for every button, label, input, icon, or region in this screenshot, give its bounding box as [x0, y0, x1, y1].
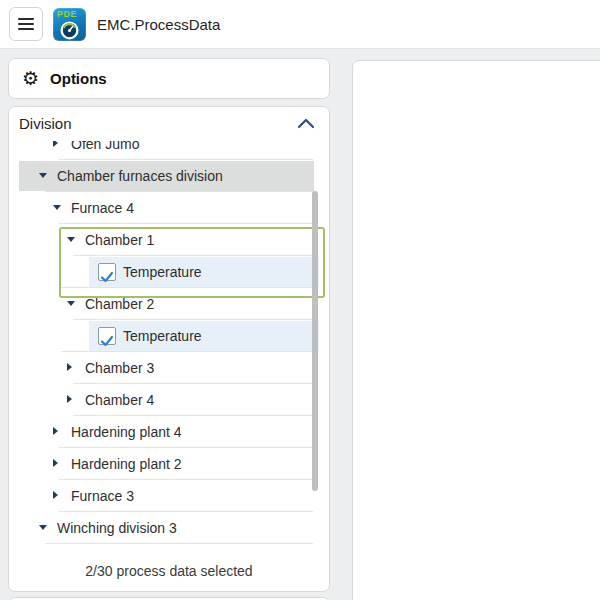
collapse-arrow-icon[interactable] [67, 301, 75, 306]
expand-arrow-icon[interactable] [53, 491, 58, 499]
checkbox-checked[interactable] [98, 327, 116, 345]
checkmark-icon [99, 333, 115, 349]
tree-item-label: Hardening plant 2 [71, 448, 182, 480]
collapse-arrow-icon[interactable] [53, 205, 61, 210]
options-label: Options [50, 70, 107, 87]
collapse-arrow-icon[interactable] [67, 237, 75, 242]
content-area: Furnace 4 | No order Chamber 1 | Tempera… [352, 60, 600, 600]
app-logo: PDE [53, 8, 86, 41]
tree-item-furnace-3[interactable]: Furnace 3 [9, 480, 330, 512]
division-header[interactable]: Division [9, 107, 329, 141]
division-title: Division [19, 115, 72, 132]
tree-item-label: Chamber 4 [85, 384, 154, 416]
division-panel: Division Ofen JumoChamber furnaces divis… [8, 106, 330, 592]
process-tree: Ofen JumoChamber furnaces divisionFurnac… [9, 141, 330, 550]
checkbox-checked[interactable] [98, 263, 116, 281]
tree-item-chamber-furnaces-division[interactable]: Chamber furnaces division [9, 160, 330, 192]
tree-item-temperature[interactable]: Temperature [9, 256, 330, 288]
tree-item-label: Hardening plant 4 [71, 416, 182, 448]
tree-scrollbar[interactable] [312, 191, 318, 491]
tree-item-label: Temperature [123, 256, 202, 288]
expand-arrow-icon[interactable] [53, 141, 58, 147]
checkmark-icon [99, 269, 115, 285]
tree-item-hardening-plant-2[interactable]: Hardening plant 2 [9, 448, 330, 480]
app-title: EMC.ProcessData [97, 16, 220, 33]
expand-arrow-icon[interactable] [67, 363, 72, 371]
tree-item-label: Chamber 2 [85, 288, 154, 320]
top-bar: PDE EMC.ProcessData [0, 0, 600, 49]
tree-item-hardening-plant-4[interactable]: Hardening plant 4 [9, 416, 330, 448]
tree-item-winching-division-3[interactable]: Winching division 3 [9, 512, 330, 544]
logo-pde-text: PDE [57, 9, 77, 19]
tree-item-label: Winching division 3 [57, 512, 177, 544]
tree-item-label: Chamber furnaces division [57, 160, 223, 192]
gear-icon: ⚙ [22, 69, 39, 88]
tree-item-ofen-jumo[interactable]: Ofen Jumo [9, 141, 330, 160]
tree-item-chamber-4[interactable]: Chamber 4 [9, 384, 330, 416]
tree-item-label: Furnace 4 [71, 192, 134, 224]
collapse-arrow-icon[interactable] [39, 525, 47, 530]
collapse-arrow-icon[interactable] [39, 173, 47, 178]
expand-arrow-icon[interactable] [67, 395, 72, 403]
tree-item-label: Ofen Jumo [71, 141, 139, 160]
tree-item-chamber-2[interactable]: Chamber 2 [9, 288, 330, 320]
hamburger-icon [18, 18, 34, 20]
tree-item-label: Chamber 3 [85, 352, 154, 384]
expand-arrow-icon[interactable] [53, 459, 58, 467]
tree-item-label: Temperature [123, 320, 202, 352]
options-panel[interactable]: ⚙ Options [8, 58, 330, 99]
chevron-up-icon[interactable] [297, 118, 315, 129]
expand-arrow-icon[interactable] [53, 427, 58, 435]
tree-item-temperature[interactable]: Temperature [9, 320, 330, 352]
menu-button[interactable] [9, 7, 43, 41]
selection-count: 2/30 process data selected [9, 563, 329, 579]
gauge-icon [59, 19, 80, 40]
tree-item-chamber-3[interactable]: Chamber 3 [9, 352, 330, 384]
tree-item-chamber-1[interactable]: Chamber 1 [9, 224, 330, 256]
tree-item-furnace-4[interactable]: Furnace 4 [9, 192, 330, 224]
tree-item-label: Furnace 3 [71, 480, 134, 512]
app-window: PDE EMC.ProcessData ⚙ Options Division O… [0, 0, 600, 600]
tree-item-label: Chamber 1 [85, 224, 154, 256]
